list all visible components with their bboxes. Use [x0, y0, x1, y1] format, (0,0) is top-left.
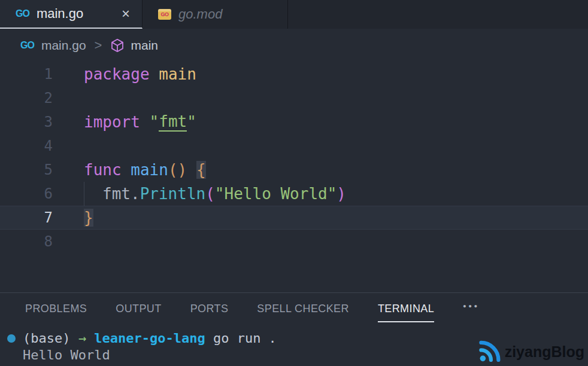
line-number: 2: [0, 90, 53, 106]
breadcrumb-item-file[interactable]: GO main.go: [20, 38, 86, 53]
code-token: (): [168, 161, 187, 179]
terminal-token: (base): [23, 330, 78, 347]
tab-bar: GO main.go × GO go.mod: [0, 0, 588, 29]
breadcrumb-symbol-label: main: [131, 38, 158, 53]
code-line[interactable]: 3import "fmt": [0, 110, 588, 134]
more-actions-icon[interactable]: •••: [463, 301, 480, 316]
code-token: {: [196, 161, 206, 179]
terminal-token: go run .: [205, 330, 277, 347]
go-logo-icon: GO: [16, 8, 29, 19]
code-token: package: [84, 65, 159, 83]
tab-go-mod[interactable]: GO go.mod: [143, 0, 288, 29]
code-token: ): [337, 185, 346, 203]
code-token: ": [150, 113, 159, 131]
code-editor[interactable]: 1package main23import "fmt"45func main()…: [0, 62, 588, 292]
panel-tab-spell-checker[interactable]: SPELL CHECKER: [257, 294, 349, 322]
tab-label: main.go: [37, 6, 83, 22]
panel-tab-terminal[interactable]: TERMINAL: [378, 294, 434, 322]
code-token: [187, 161, 196, 179]
package-symbol-icon: [110, 38, 125, 53]
line-number: 5: [0, 161, 53, 178]
panel-tab-ports[interactable]: PORTS: [190, 294, 229, 322]
code-line[interactable]: 5func main() {: [0, 158, 588, 182]
code-line[interactable]: 2: [0, 86, 588, 110]
go-logo-icon: GO: [20, 40, 34, 51]
code-line[interactable]: 4: [0, 134, 588, 158]
code-token: func: [84, 161, 131, 179]
tab-bar-empty-space: [288, 0, 588, 29]
code-token: Println: [140, 185, 206, 203]
code-line-content: import "fmt": [84, 110, 196, 134]
code-token: .: [131, 185, 140, 203]
panel-tab-output[interactable]: OUTPUT: [116, 294, 161, 322]
tab-main-go[interactable]: GO main.go ×: [0, 0, 143, 29]
code-token: [84, 182, 102, 206]
breadcrumb: GO main.go > main: [0, 29, 588, 62]
code-line[interactable]: 8: [0, 230, 588, 254]
code-token: fmt: [102, 185, 131, 203]
close-icon[interactable]: ×: [119, 7, 132, 21]
go-package-icon: GO: [158, 9, 171, 20]
tab-label: go.mod: [178, 7, 222, 22]
line-number: 1: [0, 66, 53, 83]
code-token: (: [205, 185, 215, 203]
terminal-token: Hello World: [23, 347, 110, 364]
command-decoration-icon[interactable]: [7, 334, 16, 343]
code-line[interactable]: 7}: [0, 206, 588, 230]
code-token: main: [131, 161, 168, 179]
code-line[interactable]: 6fmt.Println("Hello World"): [0, 182, 588, 206]
code-token: }: [84, 209, 93, 227]
line-number: 8: [0, 233, 53, 250]
breadcrumb-file-label: main.go: [41, 38, 86, 53]
watermark-text: ziyangBlog: [505, 343, 584, 361]
code-token: main: [159, 65, 196, 83]
code-line[interactable]: 1package main: [0, 62, 588, 86]
panel-tab-bar: PROBLEMS OUTPUT PORTS SPELL CHECKER TERM…: [0, 293, 588, 323]
chevron-right-icon: >: [95, 38, 102, 53]
line-number: 7: [0, 209, 53, 226]
breadcrumb-item-symbol[interactable]: main: [110, 38, 158, 53]
code-line-content: }: [84, 206, 93, 229]
ziyangblog-logo-icon: [476, 338, 502, 365]
watermark: ziyangBlog: [476, 338, 584, 365]
code-line-content: fmt.Println("Hello World"): [84, 182, 346, 206]
terminal-token: →: [78, 330, 95, 347]
code-token: "Hello World": [215, 185, 337, 203]
code-token: ": [187, 113, 196, 131]
line-number: 6: [0, 185, 53, 202]
line-number: 4: [0, 138, 53, 154]
code-line-content: func main() {: [84, 158, 206, 182]
code-token: fmt: [159, 112, 187, 132]
code-token: import: [84, 113, 150, 131]
line-number: 3: [0, 114, 53, 130]
panel-tab-problems[interactable]: PROBLEMS: [25, 294, 87, 322]
terminal-token: leaner-go-lang: [94, 330, 205, 347]
code-line-content: package main: [84, 62, 196, 86]
